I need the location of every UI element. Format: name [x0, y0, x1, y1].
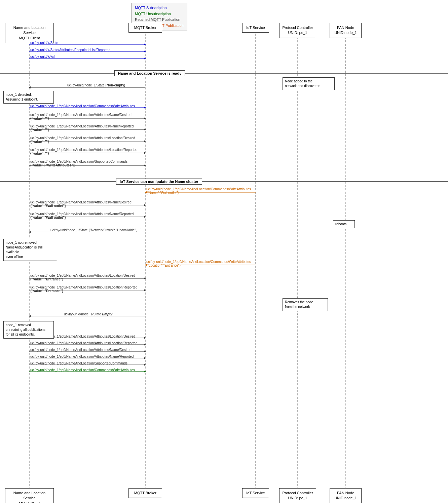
svg-marker-34 [29, 231, 31, 233]
msg-m16a: ucl/by-unid/node_1/ep0/NameAndLocation/A… [30, 274, 135, 277]
msg-m18: ucl/by-unid/node_1/State Empty [64, 312, 112, 316]
msg-m12b: {"value":"Wall outlet"} [30, 204, 66, 208]
svg-marker-12 [144, 57, 146, 60]
svg-marker-30 [144, 204, 146, 206]
msg-m8b: {"value":""} [30, 140, 49, 144]
note-node-added: Node added to thenetwork and discovered. [283, 77, 335, 90]
msg-m7a: ucl/by-unid/node_1/ep0/NameAndLocation/A… [30, 124, 134, 128]
svg-marker-48 [144, 350, 146, 352]
msg-m12a: ucl/by-unid/node_1/ep0/NameAndLocation/A… [30, 200, 132, 204]
msg-m20: ucl/by-unid/node_1/ep0/NameAndLocation/A… [30, 341, 138, 345]
msg-m5: ucl/by-unid/node_1/ep0/NameAndLocation/C… [30, 104, 135, 108]
msg-m15a: ucl/by-unid/node_1/ep0/NameAndLocation/C… [146, 260, 251, 264]
arrows-svg [0, 0, 448, 503]
participant-mqtt-broker-top: MQTT Broker [128, 23, 162, 33]
msg-m4: ucl/by-unid/node_1/State (Non-empty) [67, 83, 125, 87]
separator-label-2: IoT Service can manipulate the Name clus… [116, 179, 202, 185]
svg-marker-52 [144, 364, 146, 366]
svg-marker-26 [144, 164, 146, 166]
participant-protocol-bottom: Protocol ControllerUNID: pc_1 [279, 488, 316, 503]
msg-m9a: ucl/by-unid/node_1/ep0/NameAndLocation/A… [30, 148, 138, 152]
msg-m21: ucl/by-unid/node_1/ep0/NameAndLocation/A… [30, 348, 132, 352]
msg-m17a: ucl/by-unid/node_1/ep0/NameAndLocation/A… [30, 285, 138, 289]
msg-m3: ucl/by-unid/+/+/# [30, 55, 55, 59]
msg-m17b: {"value":"Entrance"} [30, 289, 63, 293]
note-node-removed: node_1 removedunretaining all publicatio… [3, 321, 54, 339]
msg-m6a: ucl/by-unid/node_1/ep0/NameAndLocation/A… [30, 113, 132, 117]
msg-m10a: ucl/by-unid/node_1/ep0/NameAndLocation/S… [30, 160, 127, 163]
msg-m13b: {"value":"Wall outlet"} [30, 216, 66, 220]
participant-pan-top: PAN NodeUNID:node_1 [330, 23, 362, 38]
participant-protocol-top: Protocol ControllerUNID: pc_1 [279, 23, 316, 38]
legend-item-retained: Retained MQTT Publication [135, 17, 184, 23]
svg-marker-50 [144, 357, 146, 359]
svg-marker-32 [144, 216, 146, 218]
participant-name-loc-top: Name and Location ServiceMQTT Client [5, 23, 54, 43]
svg-marker-38 [144, 277, 146, 279]
msg-m1: ucl/by-unid/+/State [30, 41, 58, 45]
msg-m9b: {"value":""} [30, 152, 49, 155]
legend-item-unsubscription: MQTT Unsubscription [135, 11, 184, 17]
svg-marker-44 [144, 337, 146, 339]
msg-m14: ucl/by-unid/node_1/State {"NetworkStatus… [50, 228, 142, 232]
note-removes-node: Removes the nodefrom the network [283, 298, 328, 311]
svg-marker-16 [144, 107, 146, 109]
svg-marker-40 [144, 289, 146, 291]
msg-m16b: {"value":"Entrance"} [30, 277, 63, 281]
svg-marker-22 [144, 140, 146, 142]
msg-m11b: {"Name":"Wall outlet"} [146, 191, 179, 195]
participant-mqtt-broker-bottom: MQTT Broker [128, 488, 162, 498]
svg-marker-8 [144, 43, 146, 45]
msg-m6b: {"value":""} [30, 117, 49, 120]
msg-m10b: {"value":["WriteAttributes"]} [30, 163, 75, 167]
msg-m8a: ucl/by-unid/node_1/ep0/NameAndLocation/A… [30, 136, 135, 140]
msg-m13a: ucl/by-unid/node_1/ep0/NameAndLocation/A… [30, 212, 134, 216]
participant-iot-bottom: IoT Service [242, 488, 269, 498]
msg-m22: ucl/by-unid/node_1/ep0/NameAndLocation/A… [30, 355, 134, 358]
note-not-removed: node_1 not removed,NameAndLocation is st… [3, 239, 57, 261]
participant-name-loc-bottom: Name and Location ServiceMQTT Client [5, 488, 54, 503]
msg-m15b: {"Location":"Entrance"} [146, 264, 181, 267]
svg-marker-42 [29, 315, 31, 317]
separator-label-1: Name and Location Service is ready [114, 70, 185, 76]
svg-marker-54 [144, 371, 146, 373]
svg-marker-24 [144, 152, 146, 154]
svg-marker-20 [144, 128, 146, 130]
msg-m24: ucl/by-unid/node_1/ep0/NameAndLocation/C… [30, 368, 135, 372]
participant-pan-bottom: PAN NodeUNID:node_1 [330, 488, 362, 503]
msg-m11a: ucl/by-unid/node_1/ep0/NameAndLocation/C… [146, 187, 251, 191]
note-reboots: reboots [333, 220, 355, 228]
msg-m23: ucl/by-unid/node_1/ep0/NameAndLocation/S… [30, 361, 127, 365]
msg-m2: ucl/by-unid/+/State/Attributes/EndpointI… [30, 48, 110, 52]
note-node-detected: node_1 detected.Assuming 1 endpoint. [3, 91, 54, 104]
legend-item-subscription: MQTT Subscription [135, 5, 184, 11]
msg-m7b: {"value":""} [30, 128, 49, 132]
svg-marker-46 [144, 344, 146, 346]
sequence-diagram: MQTT Subscription MQTT Unsubscription Re… [0, 0, 448, 503]
svg-marker-18 [144, 117, 146, 119]
svg-marker-10 [144, 50, 146, 52]
participant-iot-top: IoT Service [242, 23, 269, 33]
svg-marker-14 [29, 86, 31, 88]
